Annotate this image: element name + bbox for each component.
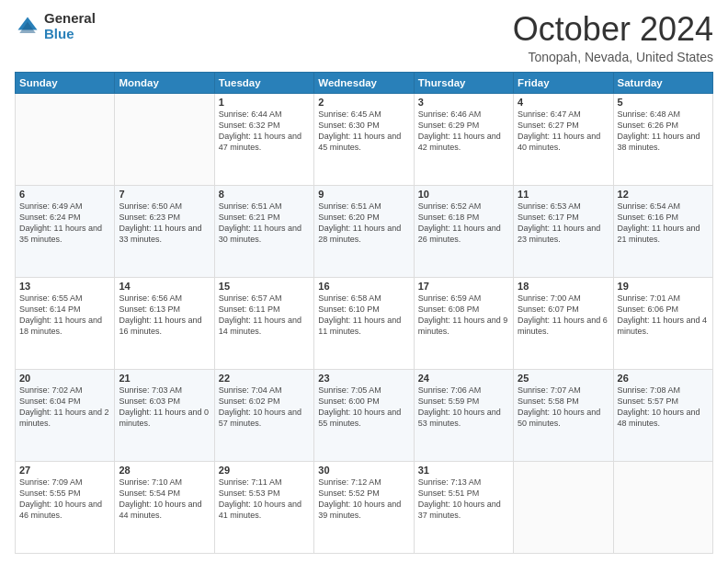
day-info-8: Sunrise: 6:51 AMSunset: 6:21 PMDaylight:… [219,201,310,246]
day-info-19: Sunrise: 7:01 AMSunset: 6:06 PMDaylight:… [618,293,709,338]
day-number-11: 11 [518,189,609,200]
day-info-6: Sunrise: 6:49 AMSunset: 6:24 PMDaylight:… [19,201,110,246]
calendar-cell-w5-d5: 31Sunrise: 7:13 AMSunset: 5:51 PMDayligh… [414,461,513,553]
calendar-week-5: 27Sunrise: 7:09 AMSunset: 5:55 PMDayligh… [16,461,713,553]
logo-general-text: General [44,11,96,27]
day-number-29: 29 [219,465,310,476]
day-info-17: Sunrise: 6:59 AMSunset: 6:08 PMDaylight:… [418,293,509,338]
day-info-1: Sunrise: 6:44 AMSunset: 6:32 PMDaylight:… [219,109,310,154]
col-wednesday: Wednesday [314,72,414,93]
day-number-25: 25 [518,373,609,384]
calendar-cell-w2-d1: 6Sunrise: 6:49 AMSunset: 6:24 PMDaylight… [16,185,115,277]
header: General Blue October 2024 Tonopah, Nevad… [15,11,713,64]
calendar-cell-w3-d6: 18Sunrise: 7:00 AMSunset: 6:07 PMDayligh… [514,277,613,369]
calendar-cell-w1-d7: 5Sunrise: 6:48 AMSunset: 6:26 PMDaylight… [613,93,712,185]
logo-icon [15,14,40,40]
day-number-5: 5 [618,97,709,108]
day-info-10: Sunrise: 6:52 AMSunset: 6:18 PMDaylight:… [418,201,509,246]
title-month: October 2024 [513,11,713,48]
calendar-cell-w2-d4: 9Sunrise: 6:51 AMSunset: 6:20 PMDaylight… [314,185,414,277]
calendar-cell-w5-d3: 29Sunrise: 7:11 AMSunset: 5:53 PMDayligh… [214,461,313,553]
calendar-cell-w4-d5: 24Sunrise: 7:06 AMSunset: 5:59 PMDayligh… [414,369,513,461]
calendar-cell-w3-d7: 19Sunrise: 7:01 AMSunset: 6:06 PMDayligh… [613,277,712,369]
day-number-20: 20 [19,373,110,384]
day-info-24: Sunrise: 7:06 AMSunset: 5:59 PMDaylight:… [418,385,509,430]
day-info-4: Sunrise: 6:47 AMSunset: 6:27 PMDaylight:… [518,109,609,154]
day-number-7: 7 [119,189,210,200]
calendar-week-4: 20Sunrise: 7:02 AMSunset: 6:04 PMDayligh… [16,369,713,461]
calendar-cell-w1-d6: 4Sunrise: 6:47 AMSunset: 6:27 PMDaylight… [514,93,613,185]
logo-text: General Blue [44,11,96,41]
day-number-19: 19 [618,281,709,292]
calendar-cell-w3-d5: 17Sunrise: 6:59 AMSunset: 6:08 PMDayligh… [414,277,513,369]
calendar-cell-w2-d5: 10Sunrise: 6:52 AMSunset: 6:18 PMDayligh… [414,185,513,277]
calendar-cell-w3-d1: 13Sunrise: 6:55 AMSunset: 6:14 PMDayligh… [16,277,115,369]
day-number-14: 14 [119,281,210,292]
page: General Blue October 2024 Tonopah, Nevad… [0,0,728,563]
calendar-cell-w4-d7: 26Sunrise: 7:08 AMSunset: 5:57 PMDayligh… [613,369,712,461]
day-number-26: 26 [618,373,709,384]
calendar-cell-w1-d3: 1Sunrise: 6:44 AMSunset: 6:32 PMDaylight… [214,93,313,185]
day-number-18: 18 [518,281,609,292]
day-number-23: 23 [318,373,409,384]
day-number-31: 31 [418,465,509,476]
calendar-cell-w5-d4: 30Sunrise: 7:12 AMSunset: 5:52 PMDayligh… [314,461,414,553]
col-tuesday: Tuesday [214,72,313,93]
day-number-15: 15 [219,281,310,292]
day-info-26: Sunrise: 7:08 AMSunset: 5:57 PMDaylight:… [618,385,709,430]
calendar-cell-w4-d6: 25Sunrise: 7:07 AMSunset: 5:58 PMDayligh… [514,369,613,461]
day-info-29: Sunrise: 7:11 AMSunset: 5:53 PMDaylight:… [219,477,310,522]
day-number-4: 4 [518,97,609,108]
day-number-27: 27 [19,465,110,476]
calendar-cell-w3-d4: 16Sunrise: 6:58 AMSunset: 6:10 PMDayligh… [314,277,414,369]
logo: General Blue [15,11,96,41]
day-info-23: Sunrise: 7:05 AMSunset: 6:00 PMDaylight:… [318,385,409,430]
calendar-cell-w1-d2 [115,93,214,185]
title-block: October 2024 Tonopah, Nevada, United Sta… [513,11,713,64]
day-info-5: Sunrise: 6:48 AMSunset: 6:26 PMDaylight:… [618,109,709,154]
day-info-11: Sunrise: 6:53 AMSunset: 6:17 PMDaylight:… [518,201,609,246]
day-number-21: 21 [119,373,210,384]
day-info-13: Sunrise: 6:55 AMSunset: 6:14 PMDaylight:… [19,293,110,338]
day-number-12: 12 [618,189,709,200]
title-location: Tonopah, Nevada, United States [513,50,713,64]
day-info-14: Sunrise: 6:56 AMSunset: 6:13 PMDaylight:… [119,293,210,338]
calendar-cell-w1-d5: 3Sunrise: 6:46 AMSunset: 6:29 PMDaylight… [414,93,513,185]
day-number-10: 10 [418,189,509,200]
day-info-31: Sunrise: 7:13 AMSunset: 5:51 PMDaylight:… [418,477,509,522]
calendar-cell-w4-d1: 20Sunrise: 7:02 AMSunset: 6:04 PMDayligh… [16,369,115,461]
col-sunday: Sunday [16,72,115,93]
calendar-header-row: Sunday Monday Tuesday Wednesday Thursday… [16,72,713,93]
day-number-17: 17 [418,281,509,292]
day-number-16: 16 [318,281,409,292]
calendar-week-3: 13Sunrise: 6:55 AMSunset: 6:14 PMDayligh… [16,277,713,369]
col-friday: Friday [514,72,613,93]
calendar-cell-w4-d4: 23Sunrise: 7:05 AMSunset: 6:00 PMDayligh… [314,369,414,461]
day-number-28: 28 [119,465,210,476]
day-info-15: Sunrise: 6:57 AMSunset: 6:11 PMDaylight:… [219,293,310,338]
day-number-9: 9 [318,189,409,200]
day-number-6: 6 [19,189,110,200]
day-info-7: Sunrise: 6:50 AMSunset: 6:23 PMDaylight:… [119,201,210,246]
col-saturday: Saturday [613,72,712,93]
day-info-9: Sunrise: 6:51 AMSunset: 6:20 PMDaylight:… [318,201,409,246]
day-info-18: Sunrise: 7:00 AMSunset: 6:07 PMDaylight:… [518,293,609,338]
calendar-cell-w3-d3: 15Sunrise: 6:57 AMSunset: 6:11 PMDayligh… [214,277,313,369]
calendar-cell-w3-d2: 14Sunrise: 6:56 AMSunset: 6:13 PMDayligh… [115,277,214,369]
day-info-30: Sunrise: 7:12 AMSunset: 5:52 PMDaylight:… [318,477,409,522]
calendar-cell-w1-d1 [16,93,115,185]
calendar-cell-w5-d7 [613,461,712,553]
calendar-week-1: 1Sunrise: 6:44 AMSunset: 6:32 PMDaylight… [16,93,713,185]
day-info-12: Sunrise: 6:54 AMSunset: 6:16 PMDaylight:… [618,201,709,246]
day-info-25: Sunrise: 7:07 AMSunset: 5:58 PMDaylight:… [518,385,609,430]
day-number-13: 13 [19,281,110,292]
day-number-3: 3 [418,97,509,108]
calendar-cell-w2-d3: 8Sunrise: 6:51 AMSunset: 6:21 PMDaylight… [214,185,313,277]
day-number-1: 1 [219,97,310,108]
calendar-table: Sunday Monday Tuesday Wednesday Thursday… [15,72,713,554]
day-info-2: Sunrise: 6:45 AMSunset: 6:30 PMDaylight:… [318,109,409,154]
calendar-cell-w2-d2: 7Sunrise: 6:50 AMSunset: 6:23 PMDaylight… [115,185,214,277]
day-info-28: Sunrise: 7:10 AMSunset: 5:54 PMDaylight:… [119,477,210,522]
calendar-cell-w2-d7: 12Sunrise: 6:54 AMSunset: 6:16 PMDayligh… [613,185,712,277]
day-info-20: Sunrise: 7:02 AMSunset: 6:04 PMDaylight:… [19,385,110,430]
